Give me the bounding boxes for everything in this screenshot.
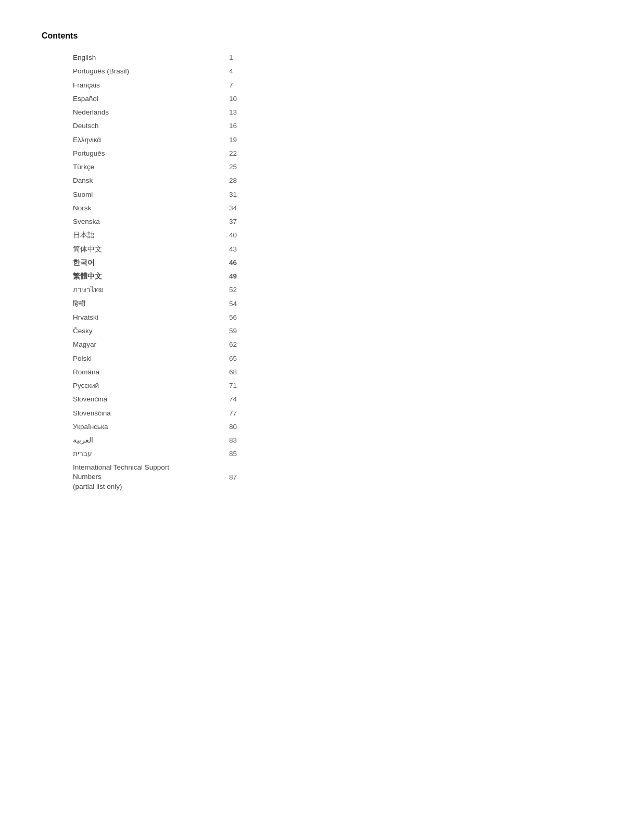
toc-label: Deutsch — [73, 119, 198, 133]
toc-label: हिन्दी — [73, 297, 198, 311]
toc-row: Svenska37 — [73, 215, 302, 229]
toc-label: Magyar — [73, 338, 198, 351]
toc-row: العربية83 — [73, 434, 302, 447]
toc-page-number: 31 — [198, 188, 302, 201]
toc-page-number: 16 — [198, 119, 302, 133]
toc-row: Dansk28 — [73, 174, 302, 187]
toc-row: Suomi31 — [73, 188, 302, 201]
toc-row: 繁體中文49 — [73, 270, 302, 283]
toc-label: 한국어 — [73, 256, 198, 270]
toc-label: Hrvatski — [73, 311, 198, 324]
toc-row: Română68 — [73, 365, 302, 379]
toc-label: 繁體中文 — [73, 270, 198, 283]
toc-page-number: 71 — [198, 379, 302, 393]
toc-row: 한국어46 — [73, 256, 302, 270]
toc-row: 日本語40 — [73, 229, 302, 242]
toc-label: Українська — [73, 420, 198, 434]
toc-page-number: 34 — [198, 201, 302, 215]
toc-table: English1Português (Brasil)4Français7Espa… — [73, 51, 302, 494]
toc-label: Svenska — [73, 215, 198, 229]
toc-label: Suomi — [73, 188, 198, 201]
toc-label: English — [73, 51, 198, 65]
toc-label: Français — [73, 79, 198, 92]
toc-row: ภาษาไทย52 — [73, 283, 302, 297]
toc-row: Türkçe25 — [73, 160, 302, 174]
toc-label: Dansk — [73, 174, 198, 187]
toc-page-number: 74 — [198, 393, 302, 406]
toc-row: Norsk34 — [73, 201, 302, 215]
toc-page-number: 52 — [198, 283, 302, 297]
page-container: Contents English1Português (Brasil)4Fran… — [0, 0, 312, 525]
toc-page-number: 40 — [198, 229, 302, 242]
toc-label: 简体中文 — [73, 243, 198, 256]
toc-page-number: 85 — [198, 447, 302, 461]
toc-label: ภาษาไทย — [73, 283, 198, 297]
toc-page-number: 37 — [198, 215, 302, 229]
toc-label: עברית — [73, 447, 198, 461]
toc-page-number: 87 — [198, 461, 302, 494]
toc-row: Українська80 — [73, 420, 302, 434]
toc-label: 日本語 — [73, 229, 198, 242]
toc-row: Português22 — [73, 147, 302, 160]
toc-page-number: 1 — [198, 51, 302, 65]
toc-page-number: 68 — [198, 365, 302, 379]
toc-row: Polski65 — [73, 352, 302, 365]
toc-row: Česky59 — [73, 324, 302, 338]
toc-row: Deutsch16 — [73, 119, 302, 133]
toc-row: עברית85 — [73, 447, 302, 461]
toc-page-number: 10 — [198, 92, 302, 106]
toc-row: Русский71 — [73, 379, 302, 393]
toc-page-number: 83 — [198, 434, 302, 447]
toc-label: Română — [73, 365, 198, 379]
toc-page-number: 77 — [198, 407, 302, 420]
toc-row: Slovenščina77 — [73, 407, 302, 420]
toc-page-number: 22 — [198, 147, 302, 160]
toc-row: Slovenčina74 — [73, 393, 302, 406]
toc-row: Nederlands13 — [73, 106, 302, 119]
toc-page-number: 7 — [198, 79, 302, 92]
toc-row: Hrvatski56 — [73, 311, 302, 324]
toc-label: Norsk — [73, 201, 198, 215]
toc-page-number: 62 — [198, 338, 302, 351]
toc-page-number: 49 — [198, 270, 302, 283]
toc-page-number: 59 — [198, 324, 302, 338]
toc-row: 简体中文43 — [73, 243, 302, 256]
toc-page-number: 4 — [198, 65, 302, 78]
toc-row: Español10 — [73, 92, 302, 106]
toc-label: Nederlands — [73, 106, 198, 119]
toc-page-number: 54 — [198, 297, 302, 311]
toc-label: Español — [73, 92, 198, 106]
toc-label: International Technical Support Numbers(… — [73, 461, 198, 494]
contents-title: Contents — [42, 31, 271, 41]
toc-label: Türkçe — [73, 160, 198, 174]
toc-page-number: 13 — [198, 106, 302, 119]
toc-page-number: 46 — [198, 256, 302, 270]
toc-page-number: 25 — [198, 160, 302, 174]
toc-label: Português (Brasil) — [73, 65, 198, 78]
toc-page-number: 80 — [198, 420, 302, 434]
toc-label: Slovenčina — [73, 393, 198, 406]
toc-page-number: 56 — [198, 311, 302, 324]
toc-label: Português — [73, 147, 198, 160]
toc-row: Magyar62 — [73, 338, 302, 351]
toc-page-number: 28 — [198, 174, 302, 187]
toc-page-number: 65 — [198, 352, 302, 365]
toc-label: Polski — [73, 352, 198, 365]
toc-page-number: 43 — [198, 243, 302, 256]
toc-row: हिन्दी54 — [73, 297, 302, 311]
toc-label: العربية — [73, 434, 198, 447]
toc-label: Русский — [73, 379, 198, 393]
toc-row: Ελληνικά19 — [73, 133, 302, 147]
toc-label: Ελληνικά — [73, 133, 198, 147]
toc-label: Česky — [73, 324, 198, 338]
toc-page-number: 19 — [198, 133, 302, 147]
toc-row: English1 — [73, 51, 302, 65]
toc-row: Français7 — [73, 79, 302, 92]
toc-label: Slovenščina — [73, 407, 198, 420]
toc-row: International Technical Support Numbers(… — [73, 461, 302, 494]
toc-row: Português (Brasil)4 — [73, 65, 302, 78]
